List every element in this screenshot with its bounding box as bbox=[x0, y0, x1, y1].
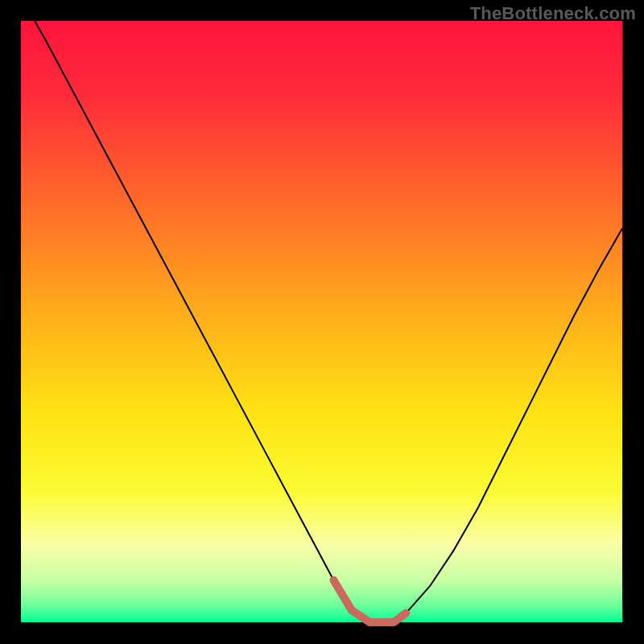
watermark-text: TheBottleneck.com bbox=[470, 3, 636, 24]
chart-frame: TheBottleneck.com bbox=[0, 0, 644, 644]
plot-background bbox=[21, 21, 622, 622]
bottleneck-chart bbox=[0, 0, 644, 644]
